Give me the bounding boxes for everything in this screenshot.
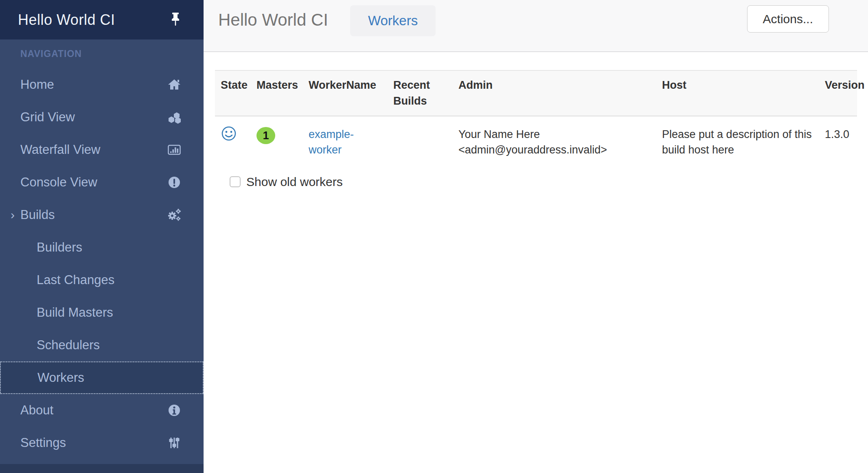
col-masters: Masters [251, 70, 303, 116]
cubes-icon [167, 110, 182, 125]
info-circle-icon [167, 403, 182, 418]
worker-host-cell: Please put a description of this build h… [656, 116, 819, 164]
sidebar-item-waterfall-view[interactable]: Waterfall View [0, 134, 204, 166]
tab-workers[interactable]: Workers [350, 5, 436, 36]
col-recent-builds: Recent Builds [388, 70, 453, 116]
col-workername: WorkerName [303, 70, 388, 116]
worker-online-smiley-icon [221, 125, 237, 142]
col-version: Version [819, 70, 857, 116]
home-icon [167, 77, 182, 92]
sidebar-item-grid-view[interactable]: Grid View [0, 101, 204, 134]
worker-masters-cell: 1 [251, 116, 303, 164]
sidebar-header: Hello World CI [0, 0, 204, 39]
sidebar-item-home[interactable]: Home [0, 68, 204, 101]
nav-section-label: NAVIGATION [0, 39, 204, 68]
actions-button[interactable]: Actions... [747, 5, 829, 33]
show-old-workers-row: Show old workers [230, 175, 857, 189]
table-header-row: State Masters WorkerName Recent Builds A… [215, 70, 857, 116]
sidebar-item-settings[interactable]: Settings [0, 427, 204, 459]
sidebar-item-schedulers[interactable]: Schedulers [0, 329, 204, 361]
app-title: Hello World CI [18, 11, 115, 28]
workers-table: State Masters WorkerName Recent Builds A… [215, 70, 857, 164]
show-old-workers-label: Show old workers [246, 175, 343, 189]
sidebar-item-console-view[interactable]: Console View [0, 166, 204, 199]
show-old-workers-checkbox[interactable] [230, 176, 241, 187]
page-header: Hello World CI Workers Actions... [204, 0, 868, 52]
col-host: Host [656, 70, 819, 116]
gears-icon [167, 208, 182, 222]
sliders-icon [167, 436, 182, 450]
exclamation-circle-icon [167, 175, 182, 190]
worker-row: 1 example-worker Your Name Here <admin@y… [215, 116, 857, 164]
sidebar: Hello World CI NAVIGATION Home Grid View [0, 0, 204, 473]
sidebar-item-builds[interactable]: › Builds [0, 199, 204, 231]
workers-table-wrap: State Masters WorkerName Recent Builds A… [215, 70, 857, 189]
page-title: Hello World CI [218, 5, 328, 35]
sidebar-item-build-masters[interactable]: Build Masters [0, 296, 204, 329]
sidebar-footer [0, 464, 204, 473]
worker-name-link[interactable]: example-worker [309, 128, 354, 156]
col-admin: Admin [453, 70, 656, 116]
col-state: State [215, 70, 251, 116]
main-content: Hello World CI Workers Actions... State … [204, 0, 868, 473]
worker-state-cell [215, 116, 251, 164]
worker-recent-builds-cell [388, 116, 453, 164]
pin-icon[interactable] [169, 12, 182, 28]
worker-admin-cell: Your Name Here <admin@youraddress.invali… [453, 116, 656, 164]
worker-version-cell: 1.3.0 [819, 116, 857, 164]
sidebar-item-about[interactable]: About [0, 394, 204, 427]
chevron-right-icon: › [11, 208, 20, 222]
sidebar-item-workers[interactable]: Workers [0, 361, 204, 394]
worker-name-cell: example-worker [303, 116, 388, 164]
masters-count-badge: 1 [256, 127, 275, 144]
sidebar-item-last-changes[interactable]: Last Changes [0, 264, 204, 296]
bar-chart-icon [167, 142, 182, 157]
sidebar-item-builders[interactable]: Builders [0, 231, 204, 264]
